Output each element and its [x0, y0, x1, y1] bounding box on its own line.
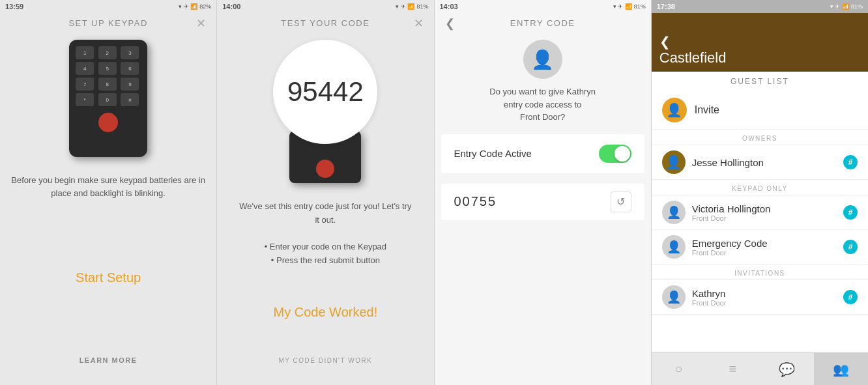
- refresh-code-button[interactable]: ↺: [611, 192, 631, 212]
- guest-list-title: GUEST LIST: [652, 72, 868, 91]
- section-keypad-label: KEYPAD ONLY: [652, 180, 868, 195]
- tab-list[interactable]: ≡: [706, 353, 760, 385]
- guest-row-emergency[interactable]: 👤 Emergency Code Front Door #: [652, 230, 868, 264]
- person-icon-emergency: 👤: [667, 240, 681, 254]
- status-icons-3: ▾ ✈ 📶 81%: [613, 3, 646, 10]
- entry-code-active-label: Entry Code Active: [454, 148, 532, 159]
- hash-badge-victoria: #: [843, 205, 858, 220]
- key-2: 2: [98, 46, 117, 59]
- back-button-4[interactable]: ❮: [659, 34, 671, 50]
- wifi-icon-2: ▾ ✈ 📶: [396, 3, 414, 10]
- time-4: 17:38: [657, 3, 675, 10]
- home-icon: ○: [674, 362, 682, 377]
- avatar-victoria: 👤: [662, 201, 686, 224]
- tab-people[interactable]: 👥: [814, 353, 868, 385]
- panel-setup-keypad: 13:59 ▾ ✈ 📶 82% SET UP KEYPAD ✕ 1 2 3 4 …: [0, 0, 216, 385]
- guest-info-victoria: Victoria Hollington Front Door: [692, 203, 843, 222]
- tab-home[interactable]: ○: [652, 353, 706, 385]
- key-8: 8: [98, 78, 117, 91]
- people-icon: 👥: [833, 362, 849, 377]
- guest-list-scroll[interactable]: GUEST LIST 👤 Invite OWNERS 👤 Jesse Holli…: [652, 72, 868, 365]
- entry-code-toggle-row: Entry Code Active: [441, 134, 644, 173]
- tab-chat[interactable]: 💬: [760, 353, 814, 385]
- hash-badge-emergency: #: [843, 240, 858, 254]
- hash-badge-kathryn: #: [843, 290, 858, 304]
- battery-1: 82%: [199, 3, 211, 10]
- battery-4: 81%: [851, 3, 863, 10]
- battery-2: 81%: [416, 3, 428, 10]
- location-title: Castlefield: [659, 50, 727, 66]
- guest-row-victoria[interactable]: 👤 Victoria Hollington Front Door #: [652, 195, 868, 230]
- key-0: 0: [98, 93, 117, 106]
- key-4: 4: [76, 62, 94, 75]
- panel-body-2: We've set this entry code just for you! …: [217, 190, 433, 385]
- instruction-2: • Press the red submit button: [238, 254, 412, 268]
- person-add-icon: 👤: [666, 102, 682, 118]
- guest-name-jesse: Jesse Hollington: [692, 157, 843, 168]
- code-instructions: We've set this entry code just for you! …: [227, 200, 423, 268]
- list-icon: ≡: [729, 362, 737, 377]
- entry-code-toggle[interactable]: [599, 145, 631, 163]
- guest-row-jesse[interactable]: 👤 Jesse Hollington #: [652, 145, 868, 180]
- bottom-tab-bar: ○ ≡ 💬 👥: [652, 352, 868, 385]
- status-icons-1: ▾ ✈ 📶 82%: [179, 3, 211, 10]
- user-avatar-3: 👤: [523, 40, 562, 79]
- my-code-worked-button[interactable]: My Code Worked!: [274, 305, 378, 320]
- panel-header-3: ❮ ENTRY CODE: [435, 13, 651, 33]
- key-3: 3: [121, 46, 139, 59]
- section-invitations-label: INVITATIONS: [652, 264, 868, 280]
- start-setup-button[interactable]: Start Setup: [76, 270, 141, 285]
- panel-header-1: SET UP KEYPAD ✕: [0, 13, 216, 33]
- panel-title-3: ENTRY CODE: [510, 18, 575, 28]
- key-1: 1: [76, 46, 94, 59]
- key-9: 9: [121, 78, 139, 91]
- guest-row-kathryn[interactable]: 👤 Kathryn Front Door #: [652, 280, 868, 315]
- guest-info-jesse: Jesse Hollington: [692, 157, 843, 168]
- my-code-didnt-work-button[interactable]: MY CODE DIDN'T WORK: [278, 357, 372, 364]
- time-2: 14:00: [222, 3, 240, 10]
- chat-icon: 💬: [779, 362, 795, 377]
- avatar-kathryn: 👤: [662, 285, 686, 309]
- invite-icon: 👤: [662, 98, 687, 122]
- person-icon-kathryn: 👤: [667, 290, 681, 304]
- key-hash: #: [121, 93, 139, 106]
- avatar-jesse: 👤: [662, 150, 686, 174]
- learn-more-button[interactable]: LEARN MORE: [80, 356, 137, 364]
- panel-guest-list: 17:38 ▾ ✈ 📶 81% ❮ Castlefield GUEST LIST…: [651, 0, 868, 385]
- status-bar-4: 17:38 ▾ ✈ 📶 81%: [652, 0, 868, 13]
- guest-sub-kathryn: Front Door: [692, 299, 843, 307]
- invite-row[interactable]: 👤 Invite: [652, 91, 868, 130]
- key-star: *: [76, 93, 94, 106]
- person-icon-victoria: 👤: [667, 205, 681, 220]
- time-3: 14:03: [440, 3, 458, 10]
- august-logo-1: [98, 113, 118, 132]
- entry-code-circle: 95442: [273, 40, 377, 144]
- guest-name-kathryn: Kathryn: [692, 288, 843, 299]
- instruction-1: • Enter your code on the Keypad: [238, 240, 412, 254]
- key-5: 5: [98, 62, 117, 75]
- guest-name-emergency: Emergency Code: [692, 238, 843, 249]
- code-display-row: 00755 ↺: [441, 184, 644, 220]
- close-button-1[interactable]: ✕: [196, 16, 206, 31]
- guest-sub-victoria: Front Door: [692, 214, 843, 222]
- status-bar-1: 13:59 ▾ ✈ 📶 82%: [0, 0, 216, 13]
- section-owners-label: OWNERS: [652, 130, 868, 145]
- toggle-knob: [615, 146, 630, 162]
- wifi-icon-1: ▾ ✈ 📶: [179, 3, 197, 10]
- august-logo-2: [316, 160, 334, 178]
- panel-title-2: TEST YOUR CODE: [281, 18, 369, 28]
- keypad-device-image-1: 1 2 3 4 5 6 7 8 9 * 0 #: [69, 40, 147, 157]
- back-button-3[interactable]: ❮: [445, 16, 455, 31]
- status-bar-2: 14:00 ▾ ✈ 📶 81%: [217, 0, 433, 13]
- key-7: 7: [76, 78, 94, 91]
- guest-name-victoria: Victoria Hollington: [692, 203, 843, 214]
- battery-3: 81%: [634, 3, 646, 10]
- close-button-2[interactable]: ✕: [414, 16, 424, 31]
- key-6: 6: [121, 62, 139, 75]
- setup-description: Before you begin make sure keypad batter…: [10, 174, 206, 199]
- instructions-line1: We've set this entry code just for you! …: [238, 200, 412, 227]
- person-icon: 👤: [531, 49, 554, 70]
- panel-title-1: SET UP KEYPAD: [68, 18, 147, 28]
- status-bar-3: 14:03 ▾ ✈ 📶 81%: [435, 0, 651, 13]
- invite-label: Invite: [695, 104, 719, 116]
